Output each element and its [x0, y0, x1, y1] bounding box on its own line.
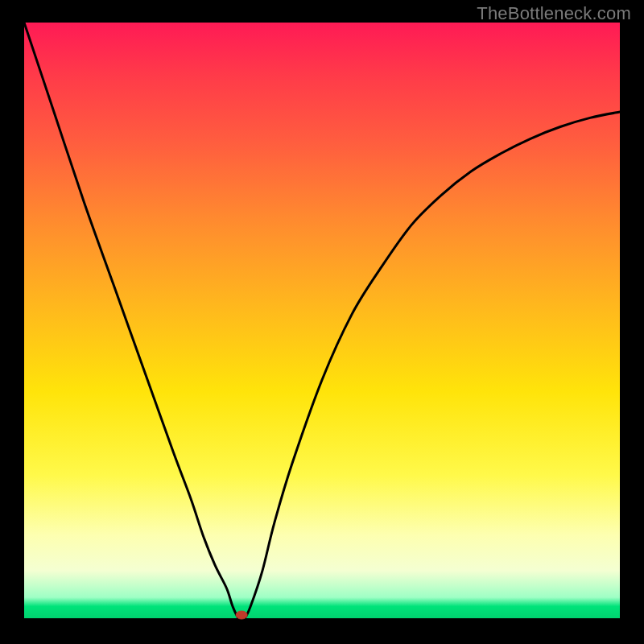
curve-svg: [24, 23, 620, 618]
bottleneck-curve-path: [24, 23, 620, 620]
plot-area: [24, 23, 620, 618]
watermark-text: TheBottleneck.com: [477, 3, 631, 24]
chart-stage: TheBottleneck.com: [0, 0, 644, 644]
minimum-marker: [236, 611, 247, 619]
